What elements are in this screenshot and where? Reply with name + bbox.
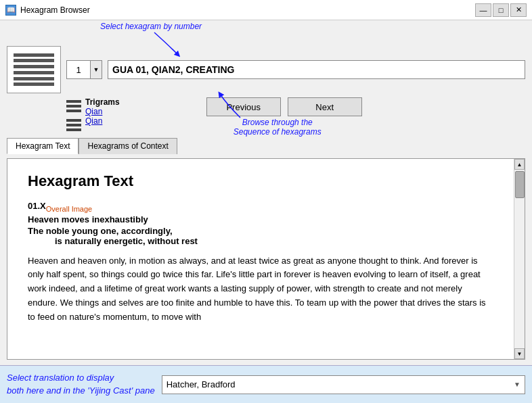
trigrams-labels: Trigrams Qian Qian bbox=[85, 97, 120, 126]
title-bar-left: 📖 Hexagram Browser bbox=[5, 5, 90, 16]
prose-text: Heaven and heaven only, in motion as alw… bbox=[28, 254, 493, 325]
hexagram-number-input[interactable] bbox=[66, 60, 90, 79]
scroll-up-arrow[interactable]: ▲ bbox=[514, 159, 525, 170]
content-area: Hexagram Text 01.XOverall Image Heaven m… bbox=[7, 158, 525, 360]
translator-dropdown-arrow: ▼ bbox=[514, 381, 520, 388]
tab-hexagram-text[interactable]: Hexagram Text bbox=[7, 138, 79, 154]
hexagram-image bbox=[7, 46, 61, 93]
tabs-row: Hexagram Text Hexagrams of Context bbox=[7, 138, 525, 154]
top-row: ▼ bbox=[7, 46, 525, 93]
upper-trigram-link[interactable]: Qian bbox=[85, 107, 120, 116]
number-dropdown-arrow[interactable]: ▼ bbox=[90, 60, 102, 79]
bottom-bar: Select translation to display both here … bbox=[0, 365, 532, 403]
verse-block: 01.XOverall Image Heaven moves inexhaust… bbox=[28, 201, 493, 246]
number-selector: ▼ bbox=[66, 60, 102, 79]
tri-line-6 bbox=[66, 128, 81, 131]
tri-line-3 bbox=[66, 110, 81, 112]
verse-sublabel: Overall Image bbox=[46, 205, 92, 213]
hex-line-5 bbox=[14, 77, 54, 80]
verse-line-3: is naturally energetic, without rest bbox=[55, 236, 493, 246]
minimize-button[interactable]: — bbox=[475, 3, 491, 17]
tri-line-4 bbox=[66, 119, 81, 122]
window-controls: — □ ✕ bbox=[475, 3, 527, 17]
hexagram-name-input[interactable] bbox=[108, 60, 525, 79]
verse-line-2: The noble young one, accordingly, bbox=[28, 226, 493, 236]
hex-text-title: Hexagram Text bbox=[28, 172, 493, 190]
hex-line-3 bbox=[14, 65, 54, 68]
app-icon: 📖 bbox=[5, 5, 16, 16]
nav-buttons: Previous Next Browse through the Sequenc… bbox=[206, 97, 362, 116]
scroll-down-arrow[interactable]: ▼ bbox=[514, 348, 525, 359]
tab-hexagrams-of-context[interactable]: Hexagrams of Context bbox=[79, 138, 177, 154]
scrollbar: ▲ ▼ bbox=[514, 159, 525, 359]
tri-line-5 bbox=[66, 124, 81, 126]
scroll-thumb[interactable] bbox=[515, 171, 525, 198]
previous-button[interactable]: Previous bbox=[206, 97, 281, 116]
maximize-button[interactable]: □ bbox=[493, 3, 509, 17]
hex-line-6 bbox=[14, 82, 54, 86]
verse-ref: 01.XOverall Image bbox=[28, 201, 92, 211]
window-title: Hexagram Browser bbox=[20, 5, 90, 15]
annotation-select: Select hexagram by number bbox=[100, 22, 202, 31]
hex-line-1 bbox=[14, 53, 54, 57]
bottom-label: Select translation to display both here … bbox=[7, 372, 155, 396]
lower-trigram-link[interactable]: Qian bbox=[85, 116, 120, 126]
tri-line-2 bbox=[66, 105, 81, 108]
translator-dropdown[interactable]: Hatcher, Bradford ▼ bbox=[162, 375, 525, 394]
content-scroll[interactable]: Hexagram Text 01.XOverall Image Heaven m… bbox=[7, 159, 514, 359]
next-button[interactable]: Next bbox=[288, 97, 362, 116]
trigrams-box: Trigrams Qian Qian bbox=[66, 97, 120, 131]
translator-value: Hatcher, Bradford bbox=[167, 379, 236, 389]
hex-line-2 bbox=[14, 59, 54, 62]
middle-row: Trigrams Qian Qian Previous Next Browse … bbox=[66, 97, 525, 131]
close-button[interactable]: ✕ bbox=[510, 3, 527, 17]
main-content: Select hexagram by number ▼ bbox=[0, 20, 532, 365]
verse-line-1: Heaven moves inexhaustibly bbox=[28, 214, 493, 224]
trigrams-title: Trigrams bbox=[85, 97, 120, 107]
title-bar: 📖 Hexagram Browser — □ ✕ bbox=[0, 0, 532, 20]
tri-line-1 bbox=[66, 100, 81, 103]
hex-line-4 bbox=[14, 71, 54, 74]
trigram-icon bbox=[66, 100, 81, 131]
